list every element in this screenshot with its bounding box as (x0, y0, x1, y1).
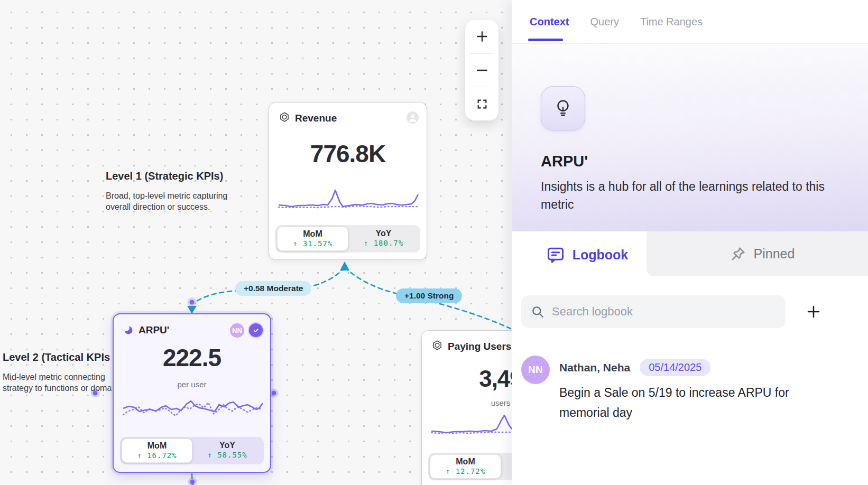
metric-value: 222.5 (114, 343, 270, 372)
panel-metric-description: Insights is a hub for all of the learnin… (541, 178, 842, 213)
period-toggle: MoM ↑ 31.57% YoY ↑ 180.7% (275, 225, 420, 253)
level2-annotation: Level 2 (Tactical KPIs Mid-level metric … (3, 351, 112, 394)
logbook-search-row (512, 278, 868, 328)
pin-icon (730, 246, 746, 263)
tab-query[interactable]: Query (590, 16, 618, 28)
yoy-label: YoY (348, 229, 419, 238)
entry-date-badge: 05/14/2025 (640, 359, 710, 376)
canvas-zoom-toolbar (465, 20, 498, 120)
yoy-value: ↑ 180.7% (348, 239, 419, 247)
panel-metric-title: ARPU' (541, 153, 839, 170)
yoy-toggle[interactable]: YoY ↑ 180.7% (348, 227, 419, 251)
zoom-out-button[interactable] (465, 54, 498, 87)
search-input[interactable] (552, 305, 776, 319)
level1-desc-line2: overall direction or success. (106, 202, 210, 211)
metric-unit: per user (114, 380, 270, 389)
level1-desc-line1: Broad, top-level metric capturing (106, 191, 227, 200)
pinned-label: Pinned (754, 246, 795, 262)
tab-logbook[interactable]: Logbook (512, 231, 662, 278)
mom-toggle[interactable]: MoM ↑ 16.72% (122, 439, 192, 463)
active-tab-underline (528, 39, 563, 41)
metric-card-arpu[interactable]: ARPU' NN 222.5 per user MoM ↑ 16.72% YoY… (113, 313, 271, 473)
metric-value: 776.8K (269, 139, 427, 168)
yoy-toggle[interactable]: YoY ↑ 58.55% (192, 439, 262, 463)
add-log-entry-button[interactable] (805, 303, 823, 321)
logbook-pinned-tabs: Logbook Pinned (512, 231, 868, 278)
mom-toggle[interactable]: MoM ↑ 12.72% (430, 454, 501, 479)
fit-view-button[interactable] (465, 87, 498, 120)
search-icon (531, 305, 544, 319)
level1-annotation: Level 1 (Strategic KPIs) Broad, top-leve… (106, 170, 227, 212)
zoom-in-button[interactable] (465, 20, 498, 53)
mom-value: ↑ 12.72% (430, 467, 501, 475)
author-avatar: NN (521, 356, 550, 384)
arrowhead-into-arpu (187, 306, 197, 314)
tab-time-ranges[interactable]: Time Ranges (640, 16, 703, 28)
card-title: Revenue (295, 113, 401, 124)
mom-toggle[interactable]: MoM ↑ 31.57% (277, 227, 348, 251)
sparkline-dotted (123, 403, 263, 416)
correlation-label-moderate[interactable]: +0.58 Moderate (235, 281, 311, 296)
entry-message: Begin a Sale on 5/19 to increase ARPU fo… (559, 383, 824, 423)
panel-tabbar: Context Query Time Ranges (512, 0, 868, 44)
tab-context[interactable]: Context (530, 16, 569, 28)
verified-badge-icon (249, 323, 263, 337)
arrowhead-into-revenue (340, 262, 349, 271)
mom-value: ↑ 31.57% (278, 239, 348, 248)
owner-avatar-icon (406, 111, 419, 126)
mom-label: MoM (122, 441, 192, 451)
period-toggle: MoM ↑ 16.72% YoY ↑ 58.55% (120, 437, 264, 464)
metric-context-header: ARPU' Insights is a hub for all of the l… (512, 44, 868, 231)
hexagon-metric-icon (431, 340, 443, 353)
level2-desc-line1: Mid-level metric connecting (3, 372, 105, 381)
moon-icon (123, 325, 134, 335)
mom-label: MoM (278, 229, 348, 239)
mom-label: MoM (430, 457, 501, 467)
owner-initials-badge: NN (230, 323, 244, 338)
metric-tree-canvas[interactable]: Level 1 (Strategic KPIs) Broad, top-leve… (0, 0, 512, 485)
author-name: Nathan, Neha (559, 361, 630, 374)
card-title: ARPU' (138, 324, 225, 336)
logbook-entry[interactable]: NN Nathan, Neha 05/14/2025 Begin a Sale … (512, 328, 868, 423)
mom-value: ↑ 16.72% (122, 451, 192, 460)
yoy-value: ↑ 58.55% (192, 451, 262, 459)
level2-desc-line2: strategy to functions or doma (3, 384, 112, 393)
sparkline-solid (279, 190, 418, 207)
hexagon-metric-icon (279, 111, 290, 125)
lightbulb-icon (541, 86, 585, 130)
level1-title: Level 1 (Strategic KPIs) (106, 170, 227, 182)
sparkline (278, 186, 419, 212)
context-side-panel: Context Query Time Ranges ARPU' Insights… (512, 0, 868, 485)
tab-pinned[interactable]: Pinned (647, 231, 868, 276)
correlation-label-strong[interactable]: +1.00 Strong (396, 288, 462, 303)
logbook-chat-icon (546, 246, 565, 265)
metric-card-revenue[interactable]: Revenue 776.8K MoM ↑ 31.57% YoY ↑ 180.7% (269, 102, 427, 260)
logbook-label: Logbook (572, 247, 629, 263)
logbook-search-box[interactable] (521, 295, 786, 328)
sparkline (122, 398, 264, 424)
yoy-label: YoY (192, 441, 262, 450)
level2-title: Level 2 (Tactical KPIs (3, 351, 112, 363)
